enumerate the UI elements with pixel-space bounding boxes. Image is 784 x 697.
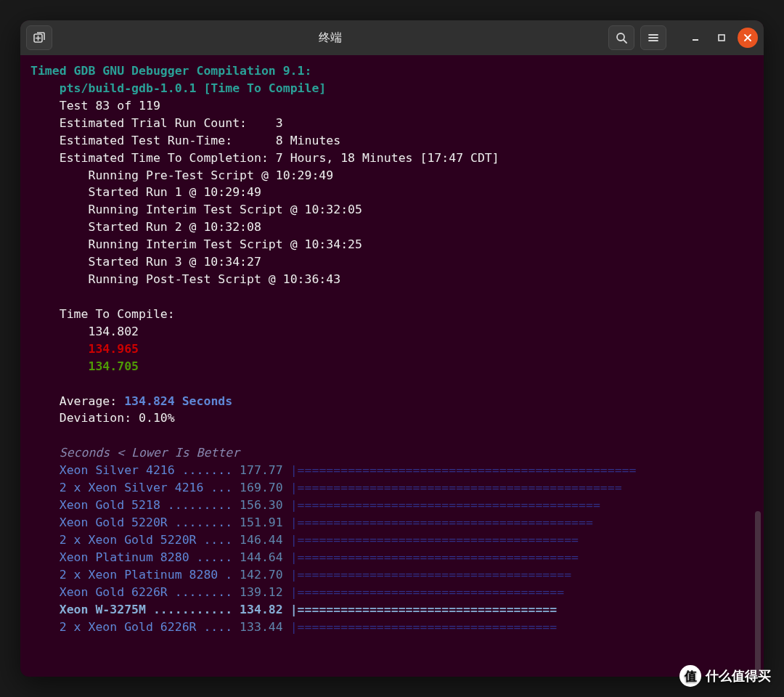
completion-label: Estimated Time To Completion: <box>60 151 269 165</box>
window-title: 终端 <box>58 30 603 46</box>
log-line: Running Interim Test Script @ 10:32:05 <box>88 203 362 216</box>
watermark-badge: 值 <box>679 665 701 687</box>
log-line: Started Run 1 @ 10:29:49 <box>88 185 261 199</box>
trial-count-label: Estimated Trial Run Count: <box>60 116 247 130</box>
maximize-icon <box>717 33 726 42</box>
hamburger-icon <box>648 32 659 44</box>
log-line: Running Pre-Test Script @ 10:29:49 <box>88 168 333 182</box>
log-line: Running Interim Test Script @ 10:34:25 <box>88 237 362 251</box>
minimize-icon <box>691 33 700 42</box>
menu-button[interactable] <box>640 25 666 50</box>
deviation-value: 0.10% <box>139 411 175 425</box>
average-label: Average: <box>60 394 117 408</box>
result-min: 134.705 <box>88 359 139 373</box>
minimize-button[interactable] <box>685 28 706 48</box>
log-line: Started Run 2 @ 10:32:08 <box>88 220 261 234</box>
new-tab-icon <box>33 31 46 44</box>
comparison-header: Seconds < Lower Is Better <box>60 446 240 460</box>
average-value: 134.824 Seconds <box>124 394 232 408</box>
new-tab-button[interactable] <box>26 25 52 50</box>
watermark-text: 什么值得买 <box>706 667 771 685</box>
scrollbar[interactable] <box>755 511 761 677</box>
svg-rect-2 <box>719 35 724 41</box>
test-progress: Test 83 of 119 <box>60 99 160 113</box>
close-icon <box>743 33 752 42</box>
search-button[interactable] <box>608 25 634 50</box>
runtime-value: 8 Minutes <box>276 134 340 147</box>
maximize-button[interactable] <box>711 28 732 48</box>
results-label: Time To Compile: <box>60 307 175 321</box>
watermark: 值 什么值得买 <box>679 665 771 687</box>
trial-count-value: 3 <box>276 116 283 130</box>
test-subtitle: pts/build-gdb-1.0.1 [Time To Compile] <box>60 81 327 95</box>
log-line: Started Run 3 @ 10:34:27 <box>88 255 261 269</box>
runtime-label: Estimated Test Run-Time: <box>60 134 232 147</box>
titlebar: 终端 <box>20 20 764 55</box>
log-line: Running Post-Test Script @ 10:36:43 <box>88 272 340 286</box>
close-button[interactable] <box>738 28 758 48</box>
result-max: 134.965 <box>88 342 139 356</box>
test-title: Timed GDB GNU Debugger Compilation 9.1: <box>30 64 311 78</box>
comparison-table: Xeon Silver 4216 ....... 177.77 |=======… <box>30 463 636 633</box>
terminal-window: 终端 Timed GDB GNU Debugger Compilation 9.… <box>20 20 764 677</box>
terminal-content[interactable]: Timed GDB GNU Debugger Compilation 9.1: … <box>20 55 764 677</box>
deviation-label: Deviation: <box>60 411 131 425</box>
search-icon <box>616 32 627 44</box>
completion-value: 7 Hours, 18 Minutes [17:47 CDT] <box>276 151 499 165</box>
result-normal: 134.802 <box>88 325 139 338</box>
